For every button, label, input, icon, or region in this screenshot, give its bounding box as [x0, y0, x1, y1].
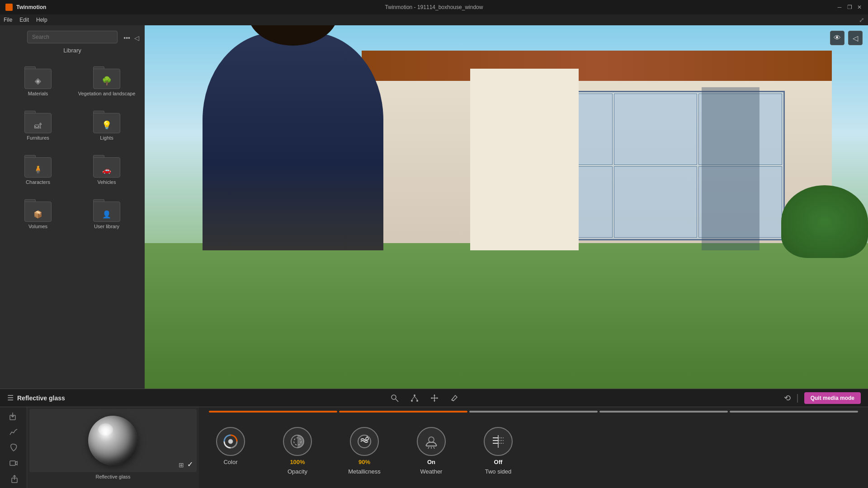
sidebar-item-furnitures[interactable]: 🛋 Furnitures [5, 105, 71, 146]
characters-folder-icon: 🧍 [24, 155, 52, 178]
volumes-folder-icon: 📦 [24, 199, 52, 222]
character-shadow [702, 87, 760, 251]
metallicness-value: 90% [359, 459, 370, 465]
sidebar-item-lights[interactable]: 💡 Lights [74, 105, 139, 146]
back-button[interactable]: ⟲ [784, 393, 791, 403]
viewport-controls: 👁 ◁ [830, 31, 863, 45]
glass-pane [614, 166, 698, 238]
video-icon[interactable] [6, 458, 21, 469]
weather-label: Weather [420, 468, 443, 475]
metallicness-icon [350, 427, 379, 456]
collapse-sidebar-icon[interactable]: ◁ [134, 34, 139, 42]
svg-line-5 [412, 396, 415, 400]
prop-two-sided[interactable]: Off Two sided [476, 427, 521, 475]
wood-accent [362, 51, 832, 80]
menu-file[interactable]: File [4, 17, 12, 23]
more-options-icon[interactable]: ••• [123, 34, 130, 42]
bottom-icon-sidebar [0, 407, 27, 488]
sidebar-item-materials[interactable]: ◈ Materials [5, 61, 71, 102]
bottom-bar: ☰ Reflective glass ⟲ | Quit media mode [0, 389, 868, 488]
scene-building [362, 51, 832, 250]
leaf-icon[interactable] [6, 442, 21, 453]
restore-button[interactable]: ❐ [846, 4, 853, 10]
sidebar-item-vehicles[interactable]: 🚗 Vehicles [74, 150, 139, 190]
bush [781, 185, 868, 258]
import-icon[interactable] [6, 411, 21, 422]
character-head [248, 25, 338, 46]
node-tool-icon[interactable] [408, 392, 421, 404]
tab-inactive-1[interactable] [469, 411, 598, 413]
sidebar-item-characters[interactable]: 🧍 Characters [5, 150, 71, 190]
hamburger-icon[interactable]: ☰ [7, 394, 14, 402]
svg-line-21 [434, 447, 434, 449]
move-tool-icon[interactable] [428, 392, 441, 404]
volumes-label: Volumes [28, 224, 47, 229]
svg-rect-9 [10, 461, 15, 465]
vegetation-folder-icon: 🌳 [93, 66, 120, 89]
opacity-icon [283, 427, 312, 456]
svg-line-6 [415, 396, 417, 400]
tab-inactive-2[interactable] [599, 411, 728, 413]
color-label: Color [223, 459, 237, 465]
sidebar-item-user-library[interactable]: 👤 User library [74, 194, 139, 235]
viewport: 👁 ◁ [145, 25, 868, 389]
search-tool-icon[interactable] [388, 392, 401, 404]
two-sided-icon [484, 427, 513, 456]
viewport-collapse-button[interactable]: ◁ [848, 31, 863, 45]
graph-icon[interactable] [6, 427, 21, 438]
opacity-label: Opacity [288, 468, 307, 475]
bottom-toolbar-left: ☰ Reflective glass [7, 394, 65, 402]
svg-point-3 [411, 400, 413, 402]
export-icon[interactable] [6, 473, 21, 484]
tab-active-1[interactable] [209, 411, 337, 413]
tab-inactive-3[interactable] [730, 411, 858, 413]
check-icon: ✓ [187, 460, 193, 469]
two-sided-label: Two sided [485, 468, 512, 475]
svg-point-4 [416, 400, 418, 402]
prop-opacity[interactable]: 100% Opacity [275, 427, 320, 475]
menu-help[interactable]: Help [36, 17, 47, 23]
preview-material-label: Reflective glass [95, 474, 130, 479]
lights-label: Lights [100, 135, 113, 141]
user-library-label: User library [94, 224, 119, 229]
tab-active-2[interactable] [339, 411, 467, 413]
close-button[interactable]: ✕ [856, 4, 863, 10]
viewport-eye-button[interactable]: 👁 [830, 31, 844, 45]
two-sided-value: Off [494, 459, 503, 465]
bottom-toolbar: ☰ Reflective glass ⟲ | Quit media mode [0, 389, 868, 407]
titlebar-left: Twinmotion [5, 4, 46, 11]
metallicness-label: Metallicness [348, 468, 381, 475]
vehicles-folder-icon: 🚗 [93, 155, 120, 178]
menu-edit[interactable]: Edit [19, 17, 29, 23]
prop-weather[interactable]: On Weather [409, 427, 454, 475]
svg-line-7 [452, 400, 453, 401]
bottom-content: ... ✓ ⊞ Reflective glass [0, 407, 868, 488]
prop-metallicness[interactable]: 90% Metallicness [342, 427, 387, 475]
resize-icon[interactable]: ⤢ [859, 16, 864, 23]
sidebar-item-volumes[interactable]: 📦 Volumes [5, 194, 71, 235]
prop-color[interactable]: Color [208, 427, 253, 465]
properties-tabs [208, 411, 859, 413]
materials-label: Materials [28, 91, 48, 96]
weather-icon [417, 427, 446, 456]
quit-media-button[interactable]: Quit media mode [804, 392, 861, 404]
search-input[interactable] [27, 31, 118, 43]
furnitures-label: Furnitures [27, 135, 49, 141]
user-library-folder-icon: 👤 [93, 199, 120, 222]
window-title: Twinmotion - 191114_boxhouse_window [385, 4, 483, 10]
sidebar-item-vegetation[interactable]: 🌳 Vegetation and landscape [74, 61, 139, 102]
properties-grid: Color 100% Opacity [208, 427, 859, 475]
svg-line-19 [428, 447, 429, 449]
paint-tool-icon[interactable] [448, 392, 461, 404]
color-icon [216, 427, 245, 456]
characters-label: Characters [26, 179, 50, 185]
weather-value: On [427, 459, 435, 465]
material-sphere-preview: ✓ ⊞ [29, 409, 197, 472]
materials-folder-icon: ◈ [24, 66, 52, 89]
svg-point-16 [366, 437, 368, 440]
minimize-button[interactable]: ─ [836, 4, 843, 10]
library-top-bar: ••• ◁ [4, 31, 141, 45]
furnitures-folder-icon: 🛋 [24, 111, 52, 133]
grid-view-icon[interactable]: ⊞ [179, 461, 184, 469]
reflective-sphere [88, 416, 138, 465]
